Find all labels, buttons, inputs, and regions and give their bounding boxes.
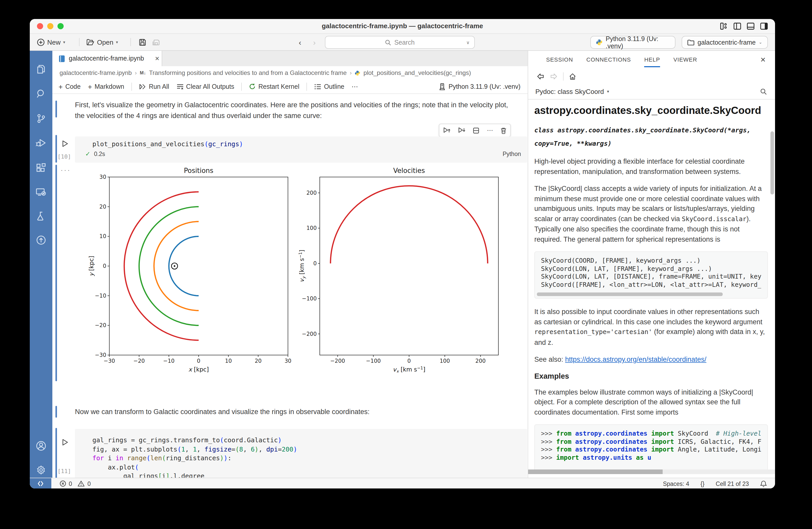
- kernel-status-button[interactable]: Python 3.11.9 (Uv: .venv): [439, 83, 520, 90]
- extensions-icon[interactable]: [35, 162, 47, 174]
- save-all-button[interactable]: [152, 36, 160, 48]
- search-placeholder: Search: [394, 39, 415, 46]
- account-icon[interactable]: [35, 440, 47, 452]
- cell-language[interactable]: Python: [503, 151, 521, 157]
- svg-text:30: 30: [285, 358, 292, 364]
- svg-text:x [kpc]: x [kpc]: [188, 366, 209, 372]
- chevron-down-icon: ▾: [63, 40, 65, 44]
- testing-icon[interactable]: [35, 210, 47, 222]
- add-markdown-cell-button[interactable]: +Markdown: [88, 82, 124, 91]
- code-cell[interactable]: plot_positions_and_velocities(gc_rings) …: [75, 136, 527, 163]
- close-panel-icon[interactable]: ✕: [760, 56, 766, 64]
- save-button[interactable]: [139, 36, 146, 48]
- language-braces-status[interactable]: {}: [700, 481, 704, 487]
- project-selector[interactable]: galactocentric-frame ⌄: [682, 36, 768, 49]
- code-block-line: SkyCoord(COORD, [FRAME], keyword_args ..…: [541, 257, 761, 265]
- svg-text:−10: −10: [95, 293, 106, 299]
- cell-position-status[interactable]: Cell 21 of 23: [716, 481, 749, 487]
- toggle-secondary-sidebar-icon[interactable]: [760, 23, 768, 30]
- restart-kernel-button[interactable]: Restart Kernel: [249, 83, 300, 90]
- run-cell-button[interactable]: [62, 140, 69, 147]
- code-line[interactable]: fig, ax = plt.subplots(1, 1, figsize=(8,…: [92, 445, 527, 454]
- markdown-cell[interactable]: Now we can transform to Galactic coordin…: [75, 407, 516, 418]
- activity-bar: [30, 51, 52, 478]
- delete-cell-icon[interactable]: [501, 127, 507, 134]
- remote-sessions-icon[interactable]: [35, 186, 47, 198]
- help-vertical-scrollbar[interactable]: [770, 131, 774, 194]
- close-tab-icon[interactable]: ✕: [155, 55, 159, 62]
- history-forward-button[interactable]: ›: [313, 36, 316, 48]
- svg-text:0: 0: [407, 358, 411, 364]
- breadcrumb-section[interactable]: Transforming positions and velocities to…: [149, 69, 347, 76]
- new-button[interactable]: New▾: [37, 36, 65, 48]
- history-back-button[interactable]: ‹: [299, 36, 301, 48]
- code-line[interactable]: plot_positions_and_velocities(gc_rings): [75, 136, 527, 149]
- docs-link[interactable]: https://docs.astropy.org/en/stable/coord…: [565, 356, 706, 363]
- markdown-cell[interactable]: First, let's visualize the geometry in G…: [75, 100, 512, 122]
- publish-icon[interactable]: [35, 234, 47, 246]
- problems-indicator[interactable]: 0 0: [60, 478, 91, 488]
- tab-label: galactocentric-frame.ipynb: [69, 55, 144, 62]
- split-editor-icon[interactable]: [734, 23, 741, 30]
- pydoc-selector[interactable]: Pydoc: class SkyCoord ▾: [528, 84, 775, 100]
- nav-back-icon[interactable]: [536, 73, 545, 80]
- svg-text:10: 10: [99, 233, 106, 239]
- explorer-icon[interactable]: [35, 63, 47, 75]
- remote-indicator[interactable]: [30, 478, 51, 488]
- cell-duration: 0.2s: [94, 151, 105, 157]
- tab-connections[interactable]: CONNECTIONS: [586, 56, 631, 64]
- source-control-icon[interactable]: [35, 112, 47, 125]
- outline-button[interactable]: Outline: [314, 83, 344, 90]
- run-cells-below-icon[interactable]: [458, 127, 466, 134]
- code-cell[interactable]: gal_rings = gc_rings.transform_to(coord.…: [75, 429, 527, 478]
- customize-layout-icon[interactable]: [720, 23, 728, 30]
- code-line[interactable]: gal_rings[i].l.degree: [92, 472, 527, 478]
- tab-viewer[interactable]: VIEWER: [673, 56, 697, 64]
- tab-notebook[interactable]: galactocentric-frame.ipynb ✕: [52, 51, 162, 66]
- code-block-hscrollbar[interactable]: [537, 292, 723, 296]
- errors-icon: [60, 480, 66, 487]
- nav-forward-icon[interactable]: [550, 73, 558, 80]
- svg-text:Velocities: Velocities: [393, 167, 425, 174]
- open-button[interactable]: Open▾: [86, 36, 118, 48]
- svg-text:200: 200: [475, 358, 485, 364]
- code-line[interactable]: gal_rings = gc_rings.transform_to(coord.…: [92, 436, 527, 445]
- cell-focus-bar: [55, 428, 57, 478]
- more-cell-actions-icon[interactable]: ⋯: [487, 129, 493, 132]
- toggle-panel-icon[interactable]: [747, 23, 755, 30]
- run-cell-button[interactable]: [62, 439, 69, 446]
- more-actions-button[interactable]: ⋯: [352, 83, 358, 90]
- add-code-cell-button[interactable]: +Code: [59, 82, 81, 91]
- search-icon[interactable]: [35, 88, 47, 100]
- cell-toolbar: ⋯: [439, 124, 511, 137]
- help-panel: SESSION CONNECTIONS HELP VIEWER ✕ Pydoc:…: [528, 51, 775, 478]
- code-line[interactable]: for i in range(len(ring_distances)):: [92, 454, 527, 462]
- code-line[interactable]: ax.plot(: [92, 462, 527, 472]
- status-bar: 0 0 Spaces: 4 {} Cell 21 of 23: [30, 478, 775, 488]
- notifications-bell-icon[interactable]: [760, 480, 767, 487]
- tab-session[interactable]: SESSION: [546, 56, 573, 64]
- svg-text:vy [km s−1]: vy [km s−1]: [298, 250, 306, 282]
- split-cell-icon[interactable]: [473, 127, 480, 134]
- home-icon[interactable]: [569, 73, 576, 80]
- run-debug-icon[interactable]: [35, 137, 47, 149]
- tab-help[interactable]: HELP: [644, 56, 660, 64]
- settings-gear-icon[interactable]: [35, 464, 47, 476]
- scrollbar-thumb[interactable]: [528, 469, 663, 474]
- clear-all-outputs-button[interactable]: Clear All Outputs: [176, 83, 234, 90]
- svg-text:−20: −20: [133, 358, 145, 364]
- help-horizontal-scrollbar[interactable]: [528, 469, 775, 474]
- output-collapse-indicator[interactable]: ···: [61, 166, 71, 174]
- run-cells-above-icon[interactable]: [443, 127, 451, 134]
- run-all-button[interactable]: Run All: [139, 83, 169, 90]
- breadcrumb-cell[interactable]: plot_positions_and_velocities(gc_rings): [363, 69, 471, 76]
- indentation-status[interactable]: Spaces: 4: [663, 481, 689, 487]
- open-label: Open: [97, 38, 113, 46]
- interpreter-selector[interactable]: Python 3.11.9 (Uv: .venv): [590, 36, 676, 49]
- breadcrumb-file[interactable]: galactocentric-frame.ipynb: [60, 69, 132, 76]
- search-input[interactable]: Search ∨: [325, 36, 475, 49]
- help-search-icon[interactable]: [760, 88, 767, 95]
- doc-seealso: See also: https://docs.astropy.org/en/st…: [534, 355, 768, 365]
- divider: [242, 82, 242, 91]
- divider: [307, 82, 307, 91]
